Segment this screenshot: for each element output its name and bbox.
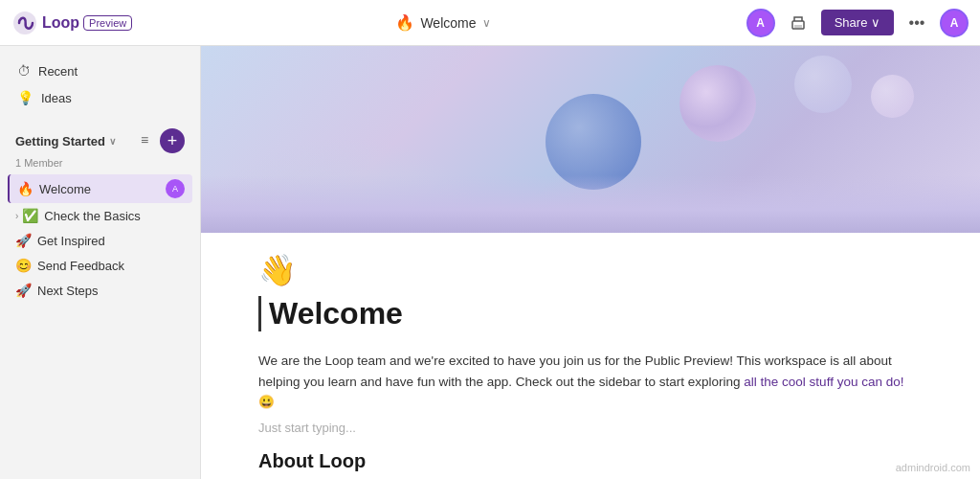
sidebar-item-ideas[interactable]: 💡 Ideas — [8, 84, 192, 111]
get-inspired-label: Get Inspired — [37, 234, 185, 248]
add-page-button[interactable]: + — [160, 128, 185, 153]
workspace-actions: ≡ + — [133, 128, 185, 153]
sidebar-page-welcome[interactable]: 🔥 Welcome A — [8, 174, 192, 203]
send-feedback-icon: 😊 — [15, 258, 32, 273]
sidebar-page-check-basics[interactable]: › ✅ Check the Basics — [8, 203, 192, 228]
hero-sphere-3 — [794, 56, 852, 113]
sidebar: ⏱ Recent 💡 Ideas Getting Started ∨ ≡ — [0, 46, 201, 479]
welcome-page-avatar: A — [166, 179, 185, 198]
sidebar-recent-label: Recent — [38, 64, 78, 79]
svg-rect-2 — [794, 25, 802, 28]
share-button[interactable]: Share ∨ — [821, 10, 894, 35]
page-body: 👋 Welcome We are the Loop team and we're… — [201, 233, 980, 479]
ideas-icon: 💡 — [17, 90, 33, 105]
welcome-page-icon: 🔥 — [17, 181, 33, 196]
sidebar-nav: ⏱ Recent 💡 Ideas — [0, 54, 200, 115]
menu-icon: ≡ — [141, 132, 148, 148]
print-button[interactable] — [783, 8, 813, 38]
workspace-members: 1 Member — [8, 157, 192, 174]
loop-logo-icon — [11, 10, 38, 36]
page-title: Welcome — [258, 296, 923, 331]
welcome-page-label: Welcome — [39, 182, 166, 196]
main-container: ⏱ Recent 💡 Ideas Getting Started ∨ ≡ — [0, 46, 980, 479]
recent-icon: ⏱ — [17, 63, 31, 79]
check-basics-icon: ✅ — [22, 208, 38, 223]
chevron-down-icon: ∨ — [482, 16, 491, 30]
welcome-link[interactable]: all the cool stuff you can do! — [744, 375, 903, 389]
hero-sphere-4 — [871, 75, 914, 118]
next-steps-icon: 🚀 — [15, 283, 32, 298]
send-feedback-label: Send Feedback — [37, 259, 185, 273]
hero-banner — [201, 46, 980, 233]
welcome-body-text: We are the Loop team and we're excited t… — [258, 351, 923, 413]
more-options-button[interactable]: ••• — [902, 8, 932, 38]
print-icon — [790, 14, 807, 32]
more-icon: ••• — [909, 14, 925, 32]
expand-icon: › — [15, 211, 18, 221]
page-title-button[interactable]: 🔥 Welcome ∨ — [388, 10, 498, 35]
workspace-header: Getting Started ∨ ≡ + — [8, 125, 192, 157]
avatar-topbar-center: A — [746, 9, 775, 37]
workspace-chevron-icon: ∨ — [109, 136, 116, 147]
check-basics-label: Check the Basics — [44, 209, 185, 223]
sidebar-workspace-section: Getting Started ∨ ≡ + 1 Member 🔥 Welcome… — [0, 125, 200, 303]
watermark: admindroid.com — [896, 462, 970, 473]
hero-sphere-2 — [679, 65, 756, 142]
app-name: Loop — [42, 14, 79, 32]
app-logo: Loop Preview — [11, 10, 132, 36]
sidebar-page-next-steps[interactable]: 🚀 Next Steps — [8, 278, 192, 303]
hero-wave-bottom — [201, 175, 980, 233]
user-avatar[interactable]: A — [940, 9, 969, 37]
page-title-text: Welcome — [420, 15, 476, 31]
preview-badge: Preview — [83, 15, 132, 31]
next-steps-label: Next Steps — [37, 284, 185, 298]
topbar-right: A Share ∨ ••• A — [746, 8, 969, 38]
content-area: 👋 Welcome We are the Loop team and we're… — [201, 46, 980, 479]
topbar: Loop Preview 🔥 Welcome ∨ A Share ∨ ••• A — [0, 0, 980, 46]
workspace-title: Getting Started ∨ — [15, 134, 116, 148]
placeholder-text[interactable]: Just start typing... — [258, 421, 923, 435]
topbar-center: 🔥 Welcome ∨ — [147, 10, 738, 35]
workspace-menu-button[interactable]: ≡ — [133, 128, 156, 151]
sidebar-page-get-inspired[interactable]: 🚀 Get Inspired — [8, 228, 192, 253]
wave-emoji: 👋 — [258, 252, 923, 288]
sidebar-item-recent[interactable]: ⏱ Recent — [8, 57, 192, 84]
sidebar-ideas-label: Ideas — [41, 91, 72, 105]
get-inspired-icon: 🚀 — [15, 233, 32, 248]
sidebar-page-send-feedback[interactable]: 😊 Send Feedback — [8, 253, 192, 278]
plus-icon: + — [167, 132, 178, 149]
about-loop-title: About Loop — [258, 450, 923, 472]
